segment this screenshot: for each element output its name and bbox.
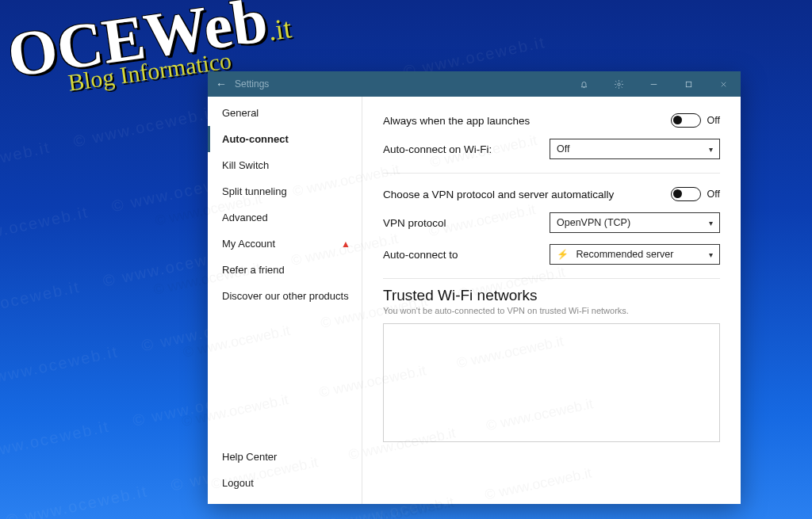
maximize-button[interactable] [671, 71, 706, 97]
minimize-button[interactable] [636, 71, 671, 97]
chevron-down-icon: ▾ [709, 250, 713, 259]
quick-connect-icon: ⚡ [557, 249, 569, 260]
toggle-launch[interactable] [671, 113, 701, 128]
toggle-auto-protocol-state: Off [707, 189, 720, 200]
bell-icon [579, 79, 589, 90]
row-connect-to: Auto-connect to ⚡ Recommended server ▾ [383, 239, 720, 270]
divider [383, 278, 720, 279]
label-connect-to: Auto-connect to [383, 249, 458, 261]
sidebar-nav: General Auto-connect Kill Switch Split t… [208, 100, 362, 444]
settings-button[interactable] [601, 71, 636, 97]
trusted-networks-list[interactable] [383, 323, 720, 442]
svg-rect-2 [686, 82, 691, 87]
divider [383, 173, 720, 174]
sidebar-item-general[interactable]: General [208, 100, 362, 126]
gear-icon [614, 79, 624, 90]
trusted-title: Trusted Wi-Fi networks [383, 287, 720, 304]
app-window: © www.oceweb.it © www.oceweb.it © www.oc… [208, 71, 741, 504]
dropdown-connect-to[interactable]: ⚡ Recommended server ▾ [550, 244, 720, 265]
page-backdrop: © www.oceweb.it © www.oceweb.it © www.oc… [0, 0, 812, 519]
dropdown-wifi-value: Off [557, 143, 569, 155]
close-button[interactable] [706, 71, 741, 97]
content-pane: Always when the app launches Off Auto-co… [362, 97, 741, 504]
sidebar-item-label: Logout [222, 477, 254, 489]
row-launch-toggle: Always when the app launches Off [383, 108, 720, 133]
sidebar-item-auto-connect[interactable]: Auto-connect [208, 126, 362, 152]
sidebar: General Auto-connect Kill Switch Split t… [208, 97, 362, 504]
trusted-subtitle: You won't be auto-connected to VPN on tr… [383, 306, 720, 315]
sidebar-item-label: General [222, 107, 259, 119]
site-logo-suffix: .it [266, 12, 293, 47]
sidebar-item-label: Discover our other products [222, 290, 349, 302]
maximize-icon [684, 79, 694, 90]
sidebar-item-split-tunneling[interactable]: Split tunneling [208, 178, 362, 204]
toggle-launch-state: Off [707, 115, 720, 126]
close-icon [719, 80, 728, 89]
dropdown-connect-to-value: Recommended server [576, 249, 673, 260]
toggle-auto-protocol[interactable] [671, 187, 701, 201]
sidebar-item-advanced[interactable]: Advanced [208, 204, 362, 231]
chevron-down-icon: ▾ [709, 145, 713, 154]
sidebar-item-label: Split tunneling [222, 185, 287, 197]
sidebar-item-label: My Account [222, 238, 275, 250]
dropdown-wifi[interactable]: Off ▾ [550, 139, 720, 159]
chevron-down-icon: ▾ [709, 219, 713, 227]
sidebar-item-my-account[interactable]: My Account ▲ [208, 231, 362, 257]
sidebar-item-label: Kill Switch [222, 159, 269, 171]
back-button[interactable]: ← [214, 78, 228, 90]
row-vpn-protocol: VPN protocol OpenVPN (TCP) ▾ [383, 207, 720, 239]
label-wifi: Auto-connect on Wi-Fi: [383, 143, 492, 155]
sidebar-item-help-center[interactable]: Help Center [208, 444, 362, 470]
sidebar-item-label: Advanced [222, 212, 268, 223]
sidebar-item-label: Help Center [222, 451, 277, 463]
dropdown-vpn-protocol[interactable]: OpenVPN (TCP) ▾ [550, 212, 720, 233]
sidebar-item-label: Auto-connect [222, 133, 289, 145]
alert-icon: ▲ [341, 239, 350, 250]
sidebar-item-refer-friend[interactable]: Refer a friend [208, 257, 362, 283]
svg-point-0 [617, 82, 619, 85]
sidebar-item-discover-products[interactable]: Discover our other products [208, 283, 362, 309]
sidebar-item-logout[interactable]: Logout [208, 470, 362, 496]
sidebar-item-kill-switch[interactable]: Kill Switch [208, 152, 362, 178]
notifications-button[interactable] [566, 71, 601, 97]
row-auto-protocol: Choose a VPN protocol and server automat… [383, 181, 720, 207]
label-launch: Always when the app launches [383, 115, 530, 127]
sidebar-item-label: Refer a friend [222, 264, 285, 276]
minimize-icon [649, 79, 659, 90]
label-auto-protocol: Choose a VPN protocol and server automat… [383, 189, 614, 200]
row-wifi-autoconnect: Auto-connect on Wi-Fi: Off ▾ [383, 133, 720, 165]
titlebar: ← Settings [208, 71, 741, 97]
label-vpn-protocol: VPN protocol [383, 217, 446, 229]
window-title: Settings [235, 78, 269, 90]
dropdown-vpn-protocol-value: OpenVPN (TCP) [557, 217, 630, 228]
sidebar-bottom: Help Center Logout [208, 444, 362, 504]
